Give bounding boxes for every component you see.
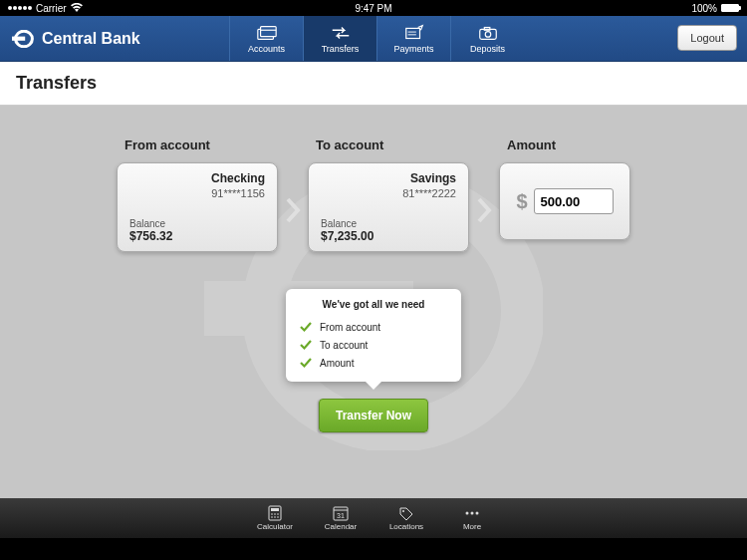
chevron-right-icon [469, 165, 499, 255]
transfers-icon [330, 24, 352, 42]
tab-label: Transfers [322, 44, 360, 54]
tab-label: Accounts [248, 44, 285, 54]
svg-point-19 [274, 516, 276, 518]
bottom-label: Calculator [257, 522, 293, 531]
transfer-now-button[interactable]: Transfer Now [319, 399, 428, 432]
svg-point-27 [476, 512, 479, 515]
svg-point-16 [274, 513, 276, 515]
to-account-name: Savings [321, 171, 456, 185]
svg-point-18 [271, 516, 273, 518]
popup-item-label: Amount [320, 358, 354, 369]
svg-point-20 [277, 516, 279, 518]
clock: 9:47 PM [355, 3, 391, 14]
svg-rect-1 [12, 36, 25, 40]
tab-label: Payments [393, 44, 433, 54]
tab-accounts[interactable]: Accounts [229, 16, 303, 61]
bottom-label: Calendar [325, 522, 357, 531]
page-title-bar: Transfers [0, 62, 747, 106]
popup-item: To account [300, 336, 447, 354]
from-account-section: From account Checking 91****1156 Balance… [117, 138, 278, 252]
svg-point-17 [277, 513, 279, 515]
popup-title: We've got all we need [300, 299, 447, 310]
battery-icon [721, 4, 739, 12]
battery-percent: 100% [691, 3, 717, 14]
camera-icon [477, 24, 499, 42]
to-account-section: To account Savings 81****2222 Balance $7… [308, 138, 469, 252]
page-title: Transfers [16, 73, 97, 94]
bottom-calculator[interactable]: Calculator [246, 498, 304, 538]
check-icon [300, 321, 312, 333]
svg-text:31: 31 [337, 512, 345, 519]
to-account-number: 81****2222 [321, 187, 456, 199]
brand-logo-icon [12, 30, 36, 48]
calculator-icon [266, 505, 284, 521]
wifi-icon [71, 3, 83, 13]
tag-icon [397, 505, 415, 521]
amount-section: Amount $ [499, 138, 630, 240]
popup-item-label: From account [320, 322, 380, 333]
brand: Central Bank [0, 30, 229, 48]
from-balance-label: Balance [129, 218, 165, 229]
tab-label: Deposits [470, 44, 505, 54]
popup-item: From account [300, 318, 447, 336]
signal-icon [8, 6, 32, 10]
svg-point-15 [271, 513, 273, 515]
tab-transfers[interactable]: Transfers [303, 16, 376, 61]
top-nav: Central Bank Accounts Transfers Payments… [0, 16, 747, 62]
svg-rect-5 [405, 28, 419, 38]
bottom-label: More [463, 522, 481, 531]
tab-deposits[interactable]: Deposits [450, 16, 524, 61]
bottom-calendar[interactable]: 31 Calendar [312, 498, 370, 538]
carrier-label: Carrier [36, 3, 67, 14]
from-account-name: Checking [129, 171, 265, 185]
svg-point-26 [471, 512, 474, 515]
popup-item: Amount [300, 354, 447, 372]
bottom-locations[interactable]: Locations [377, 498, 435, 538]
logout-button[interactable]: Logout [677, 25, 737, 51]
bottom-more[interactable]: More [443, 498, 501, 538]
from-account-number: 91****1156 [129, 187, 265, 199]
svg-point-24 [402, 510, 404, 512]
main-content: From account Checking 91****1156 Balance… [0, 106, 747, 538]
from-account-card[interactable]: Checking 91****1156 Balance $756.32 [117, 162, 278, 252]
from-label: From account [117, 138, 210, 152]
amount-label: Amount [499, 138, 556, 152]
bottom-label: Locations [389, 522, 423, 531]
svg-rect-14 [271, 508, 279, 511]
svg-point-25 [466, 512, 469, 515]
popup-item-label: To account [320, 340, 368, 351]
svg-point-10 [485, 31, 491, 37]
from-balance-value: $756.32 [129, 229, 172, 243]
brand-name: Central Bank [42, 30, 140, 48]
status-bar: Carrier 9:47 PM 100% [0, 0, 747, 16]
svg-rect-3 [260, 26, 276, 36]
currency-symbol: $ [516, 190, 527, 213]
tab-payments[interactable]: Payments [376, 16, 450, 61]
to-balance-value: $7,235.00 [321, 229, 374, 243]
to-account-card[interactable]: Savings 81****2222 Balance $7,235.00 [308, 162, 469, 252]
cards-icon [256, 24, 278, 42]
calendar-icon: 31 [332, 505, 350, 521]
svg-rect-8 [479, 29, 496, 39]
amount-card: $ [499, 162, 630, 240]
confirmation-popup: We've got all we need From account To ac… [286, 289, 461, 382]
payments-icon [403, 24, 425, 42]
check-icon [300, 357, 312, 369]
to-balance-label: Balance [321, 218, 357, 229]
bottom-bar: Calculator 31 Calendar Locations More [0, 498, 747, 538]
to-label: To account [308, 138, 383, 152]
more-icon [463, 505, 481, 521]
chevron-right-icon [278, 165, 308, 255]
check-icon [300, 339, 312, 351]
amount-input[interactable] [534, 188, 614, 214]
